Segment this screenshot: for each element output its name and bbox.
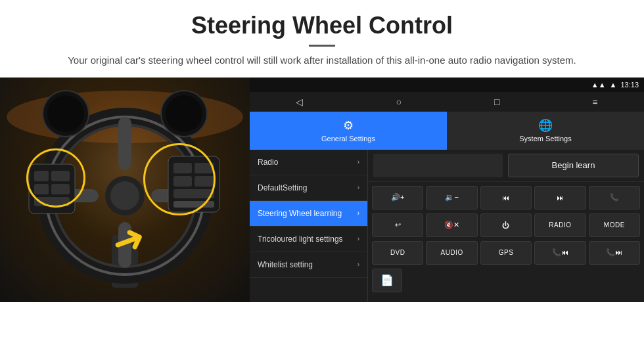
back-button[interactable]: ◁: [296, 97, 303, 107]
bottom-section: ➜ ▲▲ ▲ 13:13 ◁ ○ □ ≡ ⚙ General Settings …: [0, 78, 644, 302]
mute-button[interactable]: 🔇✕: [426, 213, 477, 237]
left-circle-highlight: [26, 148, 85, 208]
car-background: ➜: [0, 78, 250, 302]
tab-system-settings[interactable]: 🌐 System Settings: [447, 112, 644, 150]
chevron-icon: ›: [357, 210, 359, 217]
left-menu: Radio › DefaultSetting › Steering Wheel …: [250, 150, 368, 302]
tab-bar: ⚙ General Settings 🌐 System Settings: [250, 112, 644, 150]
chevron-icon: ›: [357, 184, 359, 191]
status-time: 13:13: [620, 81, 639, 89]
tel-prev-icon: 📞⏮: [552, 248, 568, 257]
gear-icon: ⚙: [343, 118, 354, 133]
wifi-icon: ▲: [610, 81, 617, 89]
svg-point-10: [110, 181, 139, 210]
content-area: Radio › DefaultSetting › Steering Wheel …: [250, 150, 644, 302]
power-button[interactable]: ⏻: [480, 213, 532, 237]
vol-up-icon: 🔊+: [391, 193, 404, 202]
home-button[interactable]: ○: [396, 97, 401, 107]
menu-item-default-label: DefaultSetting: [258, 183, 307, 192]
menu-button[interactable]: ≡: [592, 97, 597, 107]
status-bar: ▲▲ ▲ 13:13: [250, 78, 644, 92]
file-button[interactable]: 📄: [372, 269, 402, 292]
svg-point-25: [47, 95, 84, 132]
vol-up-button[interactable]: 🔊+: [372, 186, 423, 210]
begin-learn-row: Begin learn: [368, 150, 644, 182]
right-circle-highlight: [143, 143, 216, 215]
page-title: Steering Wheel Control: [39, 12, 605, 39]
svg-point-27: [166, 95, 202, 132]
chevron-icon: ›: [357, 261, 359, 268]
menu-item-steering-label: Steering Wheel learning: [258, 209, 342, 218]
prev-track-icon: ⏮: [502, 194, 509, 202]
menu-item-whitelist-label: Whitelist setting: [258, 260, 313, 269]
dvd-button[interactable]: DVD: [372, 241, 423, 265]
control-buttons-row3: DVD AUDIO GPS 📞⏮ 📞⏭: [368, 241, 644, 269]
mute-icon: 🔇✕: [444, 221, 459, 229]
power-icon: ⏻: [502, 221, 509, 229]
chevron-icon: ›: [357, 158, 359, 166]
control-buttons-row2: ↩ 🔇✕ ⏻ RADIO MODE: [368, 213, 644, 241]
car-image-area: ➜: [0, 78, 250, 302]
next-track-icon: ⏭: [557, 194, 564, 202]
menu-item-radio-label: Radio: [258, 158, 278, 167]
menu-item-tricoloured-label: Tricoloured light settings: [258, 234, 343, 244]
audio-button[interactable]: AUDIO: [426, 241, 477, 265]
radio-label: RADIO: [549, 221, 571, 229]
page-subtitle: Your original car's steering wheel contr…: [39, 53, 605, 68]
radio-button[interactable]: RADIO: [534, 213, 586, 237]
title-divider: [309, 45, 335, 47]
last-row: 📄: [368, 269, 644, 296]
system-icon: 🌐: [538, 118, 553, 133]
menu-item-tricoloured[interactable]: Tricoloured light settings ›: [250, 227, 367, 252]
begin-learn-button[interactable]: Begin learn: [508, 154, 639, 177]
chevron-icon: ›: [357, 235, 359, 242]
tel-next-button[interactable]: 📞⏭: [589, 241, 640, 265]
header-section: Steering Wheel Control Your original car…: [0, 0, 644, 78]
menu-item-default[interactable]: DefaultSetting ›: [250, 175, 367, 201]
vol-down-button[interactable]: 🔉−: [426, 186, 477, 210]
empty-display-box: [373, 154, 503, 177]
hang-up-icon: ↩: [395, 221, 401, 229]
nav-bar: ◁ ○ □ ≡: [250, 92, 644, 112]
phone-icon: 📞: [610, 193, 619, 202]
tel-prev-button[interactable]: 📞⏮: [534, 241, 586, 265]
menu-item-radio[interactable]: Radio ›: [250, 150, 367, 175]
prev-track-button[interactable]: ⏮: [480, 186, 532, 210]
tab-system-label: System Settings: [519, 135, 571, 143]
tab-general-label: General Settings: [321, 135, 375, 143]
mode-button[interactable]: MODE: [589, 213, 640, 237]
control-buttons-row1: 🔊+ 🔉− ⏮ ⏭ 📞: [368, 182, 644, 213]
phone-button[interactable]: 📞: [589, 186, 640, 210]
hang-up-button[interactable]: ↩: [372, 213, 423, 237]
right-panel: Begin learn 🔊+ 🔉− ⏮ ⏭: [368, 150, 644, 302]
menu-item-steering[interactable]: Steering Wheel learning ›: [250, 201, 367, 227]
gps-button[interactable]: GPS: [480, 241, 532, 265]
android-ui: ▲▲ ▲ 13:13 ◁ ○ □ ≡ ⚙ General Settings 🌐 …: [250, 78, 644, 302]
recent-button[interactable]: □: [494, 97, 499, 107]
file-icon: 📄: [380, 274, 394, 286]
tab-general-settings[interactable]: ⚙ General Settings: [250, 112, 447, 150]
next-track-button[interactable]: ⏭: [534, 186, 586, 210]
vol-down-icon: 🔉−: [445, 193, 458, 202]
signal-icon: ▲▲: [591, 81, 606, 89]
menu-item-whitelist[interactable]: Whitelist setting ›: [250, 252, 367, 278]
mode-label: MODE: [604, 221, 625, 229]
tel-next-icon: 📞⏭: [606, 248, 622, 257]
